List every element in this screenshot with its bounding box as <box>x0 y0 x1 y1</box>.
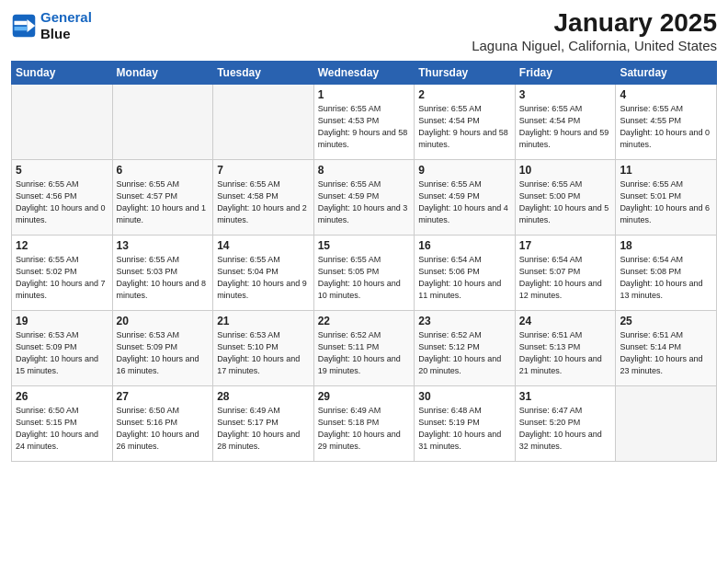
calendar-cell: 21Sunrise: 6:53 AM Sunset: 5:10 PM Dayli… <box>213 310 314 385</box>
col-thursday: Thursday <box>415 61 516 84</box>
day-number: 20 <box>117 315 210 327</box>
calendar-cell <box>213 84 314 159</box>
day-info: Sunrise: 6:48 AM Sunset: 5:19 PM Dayligh… <box>418 405 511 453</box>
day-number: 4 <box>620 88 712 101</box>
calendar-cell: 24Sunrise: 6:51 AM Sunset: 5:13 PM Dayli… <box>515 310 616 385</box>
day-info: Sunrise: 6:52 AM Sunset: 5:11 PM Dayligh… <box>318 329 411 377</box>
day-number: 14 <box>217 239 310 252</box>
calendar-cell <box>112 84 213 159</box>
calendar-cell: 19Sunrise: 6:53 AM Sunset: 5:09 PM Dayli… <box>12 310 113 385</box>
calendar-cell: 25Sunrise: 6:51 AM Sunset: 5:14 PM Dayli… <box>616 310 717 385</box>
day-number: 24 <box>519 315 612 327</box>
week-row-2: 5Sunrise: 6:55 AM Sunset: 4:56 PM Daylig… <box>12 159 717 235</box>
col-wednesday: Wednesday <box>313 61 415 84</box>
col-tuesday: Tuesday <box>213 61 314 84</box>
calendar-cell: 11Sunrise: 6:55 AM Sunset: 5:01 PM Dayli… <box>616 159 717 235</box>
day-number: 29 <box>318 390 411 403</box>
calendar-cell: 17Sunrise: 6:54 AM Sunset: 5:07 PM Dayli… <box>515 235 616 310</box>
calendar-cell: 10Sunrise: 6:55 AM Sunset: 5:00 PM Dayli… <box>515 159 616 235</box>
week-row-3: 12Sunrise: 6:55 AM Sunset: 5:02 PM Dayli… <box>12 235 717 310</box>
day-info: Sunrise: 6:55 AM Sunset: 4:56 PM Dayligh… <box>16 178 108 226</box>
col-monday: Monday <box>112 61 213 84</box>
calendar-cell: 15Sunrise: 6:55 AM Sunset: 5:05 PM Dayli… <box>313 235 415 310</box>
calendar-cell: 8Sunrise: 6:55 AM Sunset: 4:59 PM Daylig… <box>313 159 415 235</box>
day-info: Sunrise: 6:51 AM Sunset: 5:14 PM Dayligh… <box>620 329 712 377</box>
day-number: 2 <box>418 88 511 101</box>
day-number: 5 <box>16 164 108 177</box>
day-number: 27 <box>117 390 210 403</box>
day-number: 19 <box>16 315 108 327</box>
calendar-cell: 16Sunrise: 6:54 AM Sunset: 5:06 PM Dayli… <box>415 235 516 310</box>
day-number: 25 <box>620 315 712 327</box>
day-info: Sunrise: 6:53 AM Sunset: 5:10 PM Dayligh… <box>217 329 310 377</box>
calendar-cell: 14Sunrise: 6:55 AM Sunset: 5:04 PM Dayli… <box>213 235 314 310</box>
calendar-cell <box>12 84 113 159</box>
day-number: 11 <box>620 164 712 177</box>
calendar-cell: 2Sunrise: 6:55 AM Sunset: 4:54 PM Daylig… <box>415 84 516 159</box>
calendar-cell: 23Sunrise: 6:52 AM Sunset: 5:12 PM Dayli… <box>415 310 516 385</box>
day-info: Sunrise: 6:55 AM Sunset: 5:01 PM Dayligh… <box>620 178 712 226</box>
day-number: 13 <box>117 239 210 252</box>
day-info: Sunrise: 6:55 AM Sunset: 5:04 PM Dayligh… <box>217 254 310 302</box>
day-info: Sunrise: 6:55 AM Sunset: 4:54 PM Dayligh… <box>519 103 612 151</box>
day-info: Sunrise: 6:49 AM Sunset: 5:17 PM Dayligh… <box>217 405 310 453</box>
day-info: Sunrise: 6:54 AM Sunset: 5:07 PM Dayligh… <box>519 254 612 302</box>
col-sunday: Sunday <box>12 61 113 84</box>
calendar-cell: 22Sunrise: 6:52 AM Sunset: 5:11 PM Dayli… <box>313 310 415 385</box>
calendar-cell: 28Sunrise: 6:49 AM Sunset: 5:17 PM Dayli… <box>213 385 314 461</box>
title-block: January 2025 Laguna Niguel, California, … <box>472 9 717 53</box>
day-info: Sunrise: 6:55 AM Sunset: 5:05 PM Dayligh… <box>318 254 411 302</box>
calendar-subtitle: Laguna Niguel, California, United States <box>472 38 717 53</box>
calendar-title: January 2025 <box>472 9 717 38</box>
calendar-cell: 12Sunrise: 6:55 AM Sunset: 5:02 PM Dayli… <box>12 235 113 310</box>
day-number: 9 <box>418 164 511 177</box>
calendar-cell: 20Sunrise: 6:53 AM Sunset: 5:09 PM Dayli… <box>112 310 213 385</box>
svg-rect-3 <box>15 27 28 30</box>
calendar-cell: 27Sunrise: 6:50 AM Sunset: 5:16 PM Dayli… <box>112 385 213 461</box>
calendar-cell: 3Sunrise: 6:55 AM Sunset: 4:54 PM Daylig… <box>515 84 616 159</box>
calendar-cell <box>616 385 717 461</box>
day-number: 23 <box>418 315 511 327</box>
day-number: 31 <box>519 390 612 403</box>
day-info: Sunrise: 6:54 AM Sunset: 5:08 PM Dayligh… <box>620 254 712 302</box>
week-row-1: 1Sunrise: 6:55 AM Sunset: 4:53 PM Daylig… <box>12 84 717 159</box>
day-number: 15 <box>318 239 411 252</box>
header: General Blue January 2025 Laguna Niguel,… <box>11 9 717 53</box>
calendar-cell: 29Sunrise: 6:49 AM Sunset: 5:18 PM Dayli… <box>313 385 415 461</box>
day-number: 10 <box>519 164 612 177</box>
calendar-cell: 7Sunrise: 6:55 AM Sunset: 4:58 PM Daylig… <box>213 159 314 235</box>
day-info: Sunrise: 6:55 AM Sunset: 4:59 PM Dayligh… <box>318 178 411 226</box>
col-saturday: Saturday <box>616 61 717 84</box>
page: General Blue January 2025 Laguna Niguel,… <box>0 0 728 563</box>
calendar-cell: 31Sunrise: 6:47 AM Sunset: 5:20 PM Dayli… <box>515 385 616 461</box>
calendar-cell: 4Sunrise: 6:55 AM Sunset: 4:55 PM Daylig… <box>616 84 717 159</box>
calendar-cell: 6Sunrise: 6:55 AM Sunset: 4:57 PM Daylig… <box>112 159 213 235</box>
logo-text: General Blue <box>40 9 92 42</box>
day-info: Sunrise: 6:55 AM Sunset: 4:57 PM Dayligh… <box>117 178 210 226</box>
day-number: 30 <box>418 390 511 403</box>
day-info: Sunrise: 6:55 AM Sunset: 4:53 PM Dayligh… <box>318 103 411 151</box>
logo-icon <box>11 13 37 39</box>
day-info: Sunrise: 6:55 AM Sunset: 5:03 PM Dayligh… <box>117 254 210 302</box>
calendar-cell: 18Sunrise: 6:54 AM Sunset: 5:08 PM Dayli… <box>616 235 717 310</box>
calendar-cell: 26Sunrise: 6:50 AM Sunset: 5:15 PM Dayli… <box>12 385 113 461</box>
week-row-4: 19Sunrise: 6:53 AM Sunset: 5:09 PM Dayli… <box>12 310 717 385</box>
day-number: 18 <box>620 239 712 252</box>
day-info: Sunrise: 6:54 AM Sunset: 5:06 PM Dayligh… <box>418 254 511 302</box>
day-info: Sunrise: 6:55 AM Sunset: 4:55 PM Dayligh… <box>620 103 712 151</box>
day-number: 17 <box>519 239 612 252</box>
day-number: 7 <box>217 164 310 177</box>
day-number: 28 <box>217 390 310 403</box>
day-info: Sunrise: 6:55 AM Sunset: 4:59 PM Dayligh… <box>418 178 511 226</box>
day-info: Sunrise: 6:50 AM Sunset: 5:16 PM Dayligh… <box>117 405 210 453</box>
day-info: Sunrise: 6:55 AM Sunset: 5:00 PM Dayligh… <box>519 178 612 226</box>
calendar-table: Sunday Monday Tuesday Wednesday Thursday… <box>11 61 717 462</box>
day-info: Sunrise: 6:52 AM Sunset: 5:12 PM Dayligh… <box>418 329 511 377</box>
day-info: Sunrise: 6:55 AM Sunset: 5:02 PM Dayligh… <box>16 254 108 302</box>
calendar-header-row: Sunday Monday Tuesday Wednesday Thursday… <box>12 61 717 84</box>
day-number: 12 <box>16 239 108 252</box>
logo: General Blue <box>11 9 92 42</box>
day-info: Sunrise: 6:53 AM Sunset: 5:09 PM Dayligh… <box>117 329 210 377</box>
svg-rect-2 <box>15 21 28 25</box>
day-info: Sunrise: 6:49 AM Sunset: 5:18 PM Dayligh… <box>318 405 411 453</box>
